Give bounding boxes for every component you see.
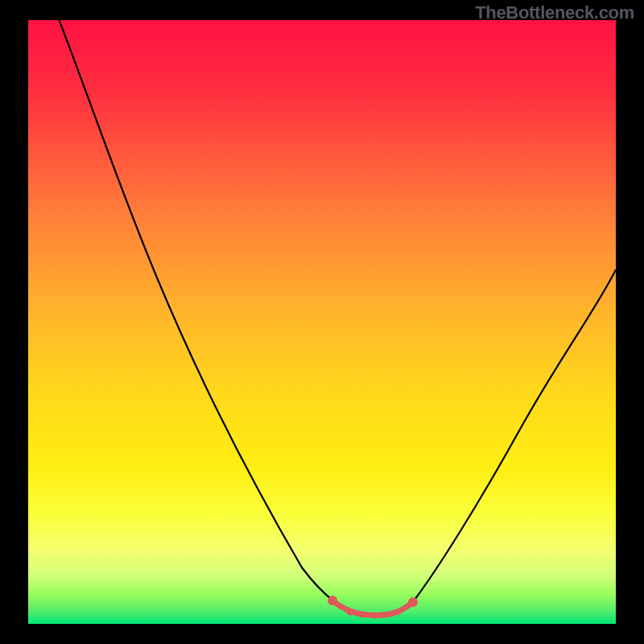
black-curve — [58, 20, 617, 615]
svg-point-8 — [408, 597, 418, 607]
svg-point-12 — [384, 613, 390, 618]
watermark-text: TheBottleneck.com — [475, 2, 634, 23]
chart-frame: TheBottleneck.com — [0, 0, 644, 644]
svg-point-10 — [360, 613, 365, 618]
svg-point-11 — [372, 613, 378, 619]
svg-point-9 — [348, 610, 353, 616]
curve-layer — [28, 20, 616, 624]
svg-point-7 — [328, 596, 337, 605]
svg-point-13 — [396, 609, 402, 615]
plot-area — [28, 20, 616, 624]
